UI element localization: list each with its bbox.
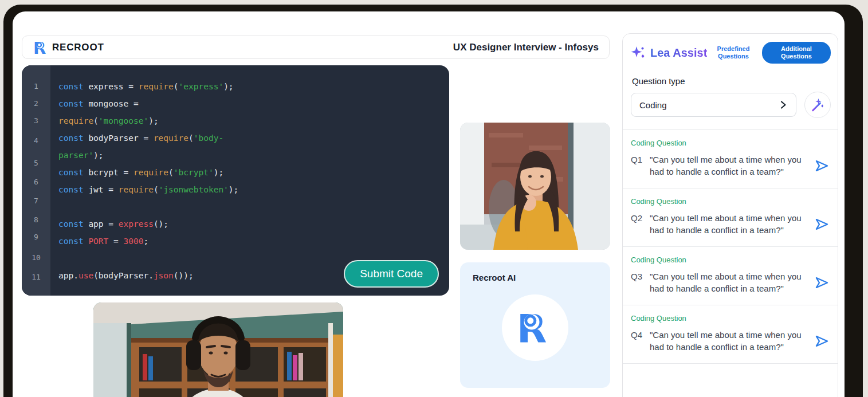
- send-icon: [814, 217, 830, 232]
- tab-additional-questions[interactable]: Additional Questions: [762, 42, 831, 64]
- recroot-logo-text: RECROOT: [52, 42, 104, 53]
- line-number: 11: [22, 269, 50, 286]
- header-bar: R RECROOT UX Designer Interview - Infosy…: [22, 36, 610, 59]
- question-type-label: Question type: [623, 69, 838, 86]
- question-text: "Can you tell me about a time when you h…: [650, 212, 814, 236]
- page-title: UX Designer Interview - Infosys: [453, 42, 599, 53]
- question-text: "Can you tell me about a time when you h…: [650, 154, 814, 178]
- device-frame: R RECROOT UX Designer Interview - Infosy…: [3, 5, 863, 397]
- question-item: Coding Question Q1 "Can you tell me abou…: [623, 130, 838, 188]
- code-line: const express = require('express');: [58, 78, 440, 95]
- code-line: const bodyParser = require('body-: [58, 129, 440, 147]
- candidate-video: [93, 302, 343, 397]
- sparkle-icon: [631, 45, 646, 60]
- question-text: "Can you tell me about a time when you h…: [650, 270, 814, 294]
- recroot-r-icon: R: [33, 39, 50, 56]
- code-line: const PORT = 3000;: [58, 233, 440, 250]
- line-number: 2: [22, 95, 50, 112]
- recroot-ai-r-icon: R: [514, 307, 556, 348]
- send-icon: [814, 275, 830, 290]
- recroot-logo: R RECROOT: [33, 39, 104, 56]
- line-number: 5: [22, 155, 50, 172]
- line-number: 3: [22, 112, 50, 129]
- question-item: Coding Question Q3 "Can you tell me abou…: [623, 247, 838, 305]
- recroot-ai-logo: R: [502, 294, 568, 361]
- code-editor[interactable]: 1234567891011 const express = require('e…: [22, 65, 449, 296]
- send-question-button[interactable]: [814, 158, 830, 175]
- question-number: Q1: [631, 154, 650, 166]
- code-line: const bcrypt = require('bcrypt');: [58, 164, 440, 181]
- question-category: Coding Question: [631, 139, 830, 147]
- question-category: Coding Question: [631, 197, 830, 206]
- send-question-button[interactable]: [814, 333, 830, 351]
- code-line: [58, 198, 440, 215]
- send-icon: [814, 158, 830, 174]
- recroot-ai-card: Recroot AI R: [460, 262, 610, 388]
- question-type-row: Coding: [623, 86, 838, 118]
- question-number: Q4: [631, 329, 650, 341]
- code-line: parser');: [58, 147, 440, 164]
- question-item: Coding Question Q2 "Can you tell me abou…: [623, 188, 838, 247]
- question-number: Q3: [631, 270, 650, 282]
- generate-questions-button[interactable]: [804, 92, 831, 118]
- question-category: Coding Question: [631, 256, 830, 264]
- code-line: require('mongoose');: [58, 112, 440, 129]
- magic-wand-icon: [809, 96, 826, 113]
- line-number-gutter: 1234567891011: [22, 65, 50, 296]
- code-line: const mongoose =: [58, 95, 440, 112]
- lea-tabs: Predefined Questions Additional Question…: [709, 42, 831, 64]
- question-type-value: Coding: [639, 100, 667, 110]
- line-number: 10: [22, 249, 50, 266]
- interviewer-video: [460, 123, 610, 250]
- app-screen: R RECROOT UX Designer Interview - Infosy…: [13, 11, 845, 397]
- send-icon: [814, 333, 830, 349]
- question-item: Coding Question Q4 "Can you tell me abou…: [623, 305, 838, 364]
- chevron-right-icon: [779, 100, 788, 109]
- line-number: 8: [22, 211, 50, 229]
- recroot-ai-label: Recroot AI: [473, 273, 516, 282]
- line-number: 1: [22, 78, 50, 95]
- send-question-button[interactable]: [814, 217, 830, 234]
- lea-assist-title: Lea Assist: [650, 46, 707, 60]
- candidate-photo: [93, 302, 343, 397]
- code-line: const app = express();: [58, 215, 440, 233]
- question-text: "Can you tell me about a time when you h…: [650, 329, 814, 353]
- submit-code-button[interactable]: Submit Code: [344, 260, 439, 288]
- line-number: 4: [22, 132, 50, 150]
- line-number: 7: [22, 192, 50, 210]
- lea-assist-panel: Lea Assist Predefined Questions Addition…: [622, 33, 838, 397]
- lea-assist-header: Lea Assist Predefined Questions Addition…: [623, 34, 838, 69]
- question-list: Coding Question Q1 "Can you tell me abou…: [623, 130, 838, 364]
- tab-predefined-questions[interactable]: Predefined Questions: [709, 45, 757, 60]
- interviewer-photo: [460, 123, 610, 250]
- question-type-select[interactable]: Coding: [631, 93, 796, 117]
- question-number: Q2: [631, 212, 650, 224]
- code-line: const jwt = require('jsonwebtoken');: [58, 181, 440, 198]
- question-category: Coding Question: [631, 314, 830, 323]
- line-number: 6: [22, 174, 50, 191]
- line-number: 9: [22, 229, 50, 246]
- send-question-button[interactable]: [814, 275, 830, 292]
